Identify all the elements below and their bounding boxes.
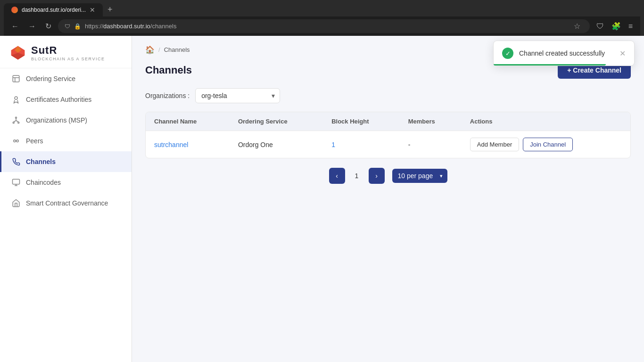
toast-check-icon: ✓ [502,48,513,59]
table-body: sutrchannel Ordorg One 1 - Add Member Jo… [146,131,630,158]
cell-block-height: 1 [323,131,400,158]
svg-rect-16 [13,179,20,184]
cell-actions: Add Member Join Channel [462,131,630,158]
shield-ext-icon[interactable]: 🛡 [594,21,607,32]
extensions-icon[interactable]: 🧩 [609,21,624,32]
logo-icon [9,44,26,61]
organization-select[interactable]: org-tesla org-bmw org-ford ▾ [195,88,280,103]
org-dropdown[interactable]: org-tesla org-bmw org-ford [201,92,274,99]
sidebar-logo: SutR BLOCKCHAIN AS A SERVICE [0,36,132,68]
logo-title: SutR [31,44,105,57]
cell-channel-name: sutrchannel [146,131,230,158]
sidebar-label-chaincodes: Chaincodes [26,179,61,186]
channels-table: Channel Name Ordering Service Block Heig… [146,112,630,158]
toast-progress-bar [494,64,606,66]
svg-line-12 [16,121,18,122]
active-tab[interactable]: dashboard.sutr.io/orderi... ✕ [4,3,103,16]
channel-name-link[interactable]: sutrchannel [154,141,188,148]
table-row: sutrchannel Ordorg One 1 - Add Member Jo… [146,131,630,158]
cert-icon [12,95,20,104]
block-height-link[interactable]: 1 [331,141,335,148]
sidebar-item-chaincodes[interactable]: Chaincodes [0,172,132,193]
tab-favicon [11,7,18,13]
filter-label: Organizations : [145,92,190,99]
sidebar-label-ordering-service: Ordering Service [26,75,75,82]
col-header-ordering-service: Ordering Service [230,112,323,131]
browser-tabs: dashboard.sutr.io/orderi... ✕ + [4,3,640,16]
address-bar[interactable]: 🛡 🔒 https://dashboard.sutr.io/channels ☆ [58,19,590,33]
url-text: https://dashboard.sutr.io/channels [85,23,176,30]
channels-table-container: Channel Name Ordering Service Block Heig… [145,112,631,158]
sidebar-label-smart-contract: Smart Contract Governance [26,199,108,207]
add-member-button[interactable]: Add Member [470,138,519,151]
svg-point-14 [17,140,19,142]
chaincode-icon [12,178,20,187]
ordering-icon [12,74,20,83]
browser-extensions: 🛡 🧩 ≡ [594,21,636,32]
tab-close-button[interactable]: ✕ [90,6,95,14]
sidebar-nav: Ordering Service Certificates Authoritie… [0,68,132,214]
page-content: 🏠 / Channels Channels + Create Channel O… [132,36,644,362]
sidebar-label-cert-authorities: Certificates Authorities [26,96,91,103]
lock-icon: 🔒 [74,23,81,30]
svg-point-13 [14,140,16,142]
peers-icon [12,137,20,145]
sidebar-item-channels[interactable]: Channels [0,151,132,172]
sidebar-item-peers[interactable]: Peers [0,131,132,151]
svg-point-9 [18,122,19,123]
app-body: SutR BLOCKCHAIN AS A SERVICE Ordering Se… [0,36,644,362]
logo-text: SutR BLOCKCHAIN AS A SERVICE [31,44,105,61]
svg-point-6 [15,97,17,99]
channels-icon [12,157,20,166]
home-breadcrumb-icon[interactable]: 🏠 [145,45,155,54]
current-page-number: 1 [349,168,365,184]
sidebar: SutR BLOCKCHAIN AS A SERVICE Ordering Se… [0,36,132,362]
toast-notification: ✓ Channel created successfully ✕ [493,41,635,66]
logo-subtitle: BLOCKCHAIN AS A SERVICE [31,57,105,61]
back-button[interactable]: ← [8,21,22,32]
toast-message: Channel created successfully [519,49,605,57]
sidebar-label-peers: Peers [26,137,43,145]
browser-nav-bar: ← → ↻ 🛡 🔒 https://dashboard.sutr.io/chan… [4,16,640,36]
browser-chrome: dashboard.sutr.io/orderi... ✕ + ← → ↻ 🛡 … [0,0,644,36]
menu-icon[interactable]: ≡ [626,21,636,32]
refresh-button[interactable]: ↻ [42,21,54,32]
logo: SutR BLOCKCHAIN AS A SERVICE [9,44,122,61]
cell-members: - [400,131,462,158]
sidebar-label-channels: Channels [26,158,56,165]
forward-button[interactable]: → [25,21,39,32]
tab-title: dashboard.sutr.io/orderi... [22,7,86,13]
cell-ordering-service: Ordorg One [230,131,323,158]
breadcrumb-current: Channels [164,46,190,53]
sidebar-item-smart-contract[interactable]: Smart Contract Governance [0,193,132,214]
svg-point-8 [13,122,14,123]
join-channel-button[interactable]: Join Channel [523,138,573,151]
per-page-container: 10 per page 25 per page 50 per page ▾ [392,169,447,183]
table-header: Channel Name Ordering Service Block Heig… [146,112,630,131]
page-title: Channels [145,64,192,76]
bookmark-icon[interactable]: ☆ [571,22,583,31]
svg-point-7 [16,117,17,118]
col-header-channel-name: Channel Name [146,112,230,131]
org-icon [12,116,20,124]
toast-close-button[interactable]: ✕ [619,49,626,58]
breadcrumb-separator: / [158,46,160,53]
col-header-members: Members [400,112,462,131]
svg-line-11 [14,121,16,122]
filter-row: Organizations : org-tesla org-bmw org-fo… [145,88,631,103]
sidebar-item-organizations[interactable]: Organizations (MSP) [0,110,132,131]
col-header-block-height: Block Height [323,112,400,131]
svg-rect-3 [13,75,19,82]
per-page-select[interactable]: 10 per page 25 per page 50 per page [392,169,447,183]
pagination: ‹ 1 › 10 per page 25 per page 50 per pag… [145,168,631,184]
shield-icon: 🛡 [65,23,70,30]
col-header-actions: Actions [462,112,630,131]
sidebar-item-cert-authorities[interactable]: Certificates Authorities [0,89,132,110]
prev-page-button[interactable]: ‹ [329,168,345,184]
new-tab-button[interactable]: + [103,3,117,16]
governance-icon [12,199,20,207]
next-page-button[interactable]: › [369,168,385,184]
sidebar-label-organizations: Organizations (MSP) [26,116,87,124]
sidebar-item-ordering-service[interactable]: Ordering Service [0,68,132,89]
main-content: ✓ Channel created successfully ✕ 🏠 / Cha… [132,36,644,362]
